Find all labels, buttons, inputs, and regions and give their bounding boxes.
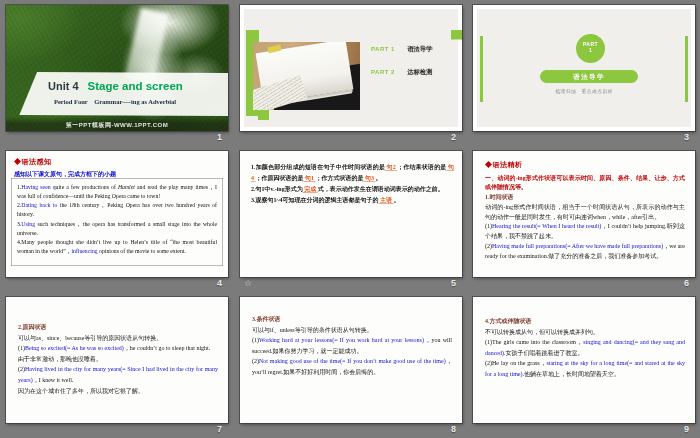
text-segment: influencing	[71, 248, 97, 254]
answer-text-block: 1.加颜色部分组成的短语在句子中作时间状语的是句2；作结果状语的是句4；作原因状…	[251, 161, 454, 205]
slide-number: 4	[217, 278, 222, 288]
slide-header-block: ◆语法感知 感知以下课文原句，完成方框下的小题	[14, 157, 220, 178]
part-title: 语法导学	[407, 46, 432, 53]
slide-thumbnail-9[interactable]: 4.方式或伴随状语不可以转换成从句，但可以转换成并列句。(1)The girls…	[473, 297, 695, 423]
text-segment: 主语	[379, 196, 394, 204]
slide-thumbnail-6[interactable]: ◆语法精析 一、动词的-ing形式作状语可以表示时间、原因、条件、结果、让步、方…	[473, 151, 695, 277]
grammar-analysis-block: ◆语法精析 一、动词的-ing形式作状语可以表示时间、原因、条件、结果、让步、方…	[485, 160, 685, 260]
sentence-box: 1.Having seen quite a few productions of…	[11, 178, 223, 266]
slide-number: 6	[684, 278, 689, 288]
text-line: 1.时间状语	[485, 192, 685, 202]
text-segment: ；作方式状语的是	[316, 174, 364, 181]
table-of-contents: PART 1 语法导学 PART 2 达标检测	[371, 44, 432, 89]
title-band: Unit 4 Stage and screen Period Four Gram…	[6, 72, 228, 116]
text-line: 2.句1中v.-ing形式为完成式，表示动作发生在谓语动词表示的动作之前。	[251, 183, 454, 194]
slide-caption-row: 2	[240, 131, 462, 145]
book-photo	[253, 42, 360, 110]
text-segment: ，he couldn’t go to sleep that night.	[124, 345, 210, 352]
text-segment: 。	[394, 196, 400, 203]
text-segment: Hamlet	[118, 184, 135, 190]
slide-caption-row: 4	[6, 277, 228, 291]
text-line: (1)The girls came into the classroom，sin…	[485, 337, 685, 358]
text-segment: 式，表示动作发生在谓语动词表示的动作之前。	[318, 185, 444, 192]
text-line: 一、动词的-ing形式作状语可以表示时间、原因、条件、结果、让步、方式或伴随情况…	[485, 173, 685, 192]
text-segment: Hearing the result(= When I heard the re…	[492, 223, 601, 230]
slide-caption-row: 9	[473, 423, 695, 437]
slide-cell-4: ◆语法感知 感知以下课文原句，完成方框下的小题 1.Having seen qu…	[6, 151, 228, 291]
text-segment: 2.句1中v.-ing形式为	[251, 185, 303, 192]
toc-item-1: PART 1 语法导学	[371, 44, 432, 54]
slide-cell-1: Unit 4 Stage and screen Period Four Gram…	[6, 5, 228, 145]
section-title-pill: 语法导学	[540, 70, 638, 83]
text-segment: 3.观察句1~4可知现在分词的逻辑主语都是句子的	[251, 196, 379, 203]
slide-thumbnail-8[interactable]: 3.条件状语可以与if、unless等引导的条件状语从句转换。(1)Workin…	[240, 297, 462, 423]
text-line: 可以与if、unless等引导的条件状语从句转换。	[252, 325, 452, 336]
text-segment: ；作原因状语的是	[256, 174, 304, 181]
slide-number: 9	[684, 424, 689, 434]
text-segment: (1)The girls came into the classroom，	[485, 339, 583, 346]
slide-cell-2: PART 1 语法导学 PART 2 达标检测 2	[240, 5, 462, 145]
text-line: 1.加颜色部分组成的短语在句子中作时间状语的是句2；作结果状语的是句4；作原因状…	[251, 161, 454, 183]
slide-caption-row: 8	[240, 423, 462, 437]
text-line: 不可以转换成从句，但可以转换成并列句。	[485, 327, 685, 338]
text-segment: ，I knew it well.	[33, 376, 74, 383]
slide-thumbnail-4[interactable]: ◆语法感知 感知以下课文原句，完成方框下的小题 1.Having seen qu…	[6, 151, 228, 277]
slide-number: 3	[684, 132, 689, 142]
text-line: 4.方式或伴随状语	[485, 316, 685, 327]
text-line: (2)Having lived in the city for many yea…	[18, 364, 218, 385]
text-segment: Not making good use of the time(= If you…	[259, 358, 446, 365]
part-word: PART	[576, 41, 605, 47]
text-segment: .女孩子们唱着跳着进了教室。	[504, 349, 584, 356]
slide-caption-row: 7	[6, 423, 228, 437]
text-segment: 1.加颜色部分组成的短语在句子中作时间状语的是	[251, 163, 385, 170]
text-segment: Using	[21, 220, 35, 226]
watermark-strip: 第一PPT模板网-WWW.1PPT.COM	[6, 117, 228, 131]
text-segment: (1)	[18, 345, 25, 352]
text-segment: 动词的-ing形式作时间状语，相当于一个时间状语从句，所表示的动作与主句的动作一…	[485, 203, 685, 220]
text-line: 4.Many people thought she didn’t live up…	[17, 237, 217, 255]
text-line: (1)Hearing the result(= When I heard the…	[485, 222, 685, 241]
text-segment: 句2	[385, 163, 397, 171]
slide-thumbnail-7[interactable]: 2.原因状语可以与as、since、because等引导的原因状语从句转换。(1…	[6, 297, 228, 423]
text-line: (2)Not making good use of the time(= If …	[252, 356, 452, 377]
text-line: 由于非常激动，那晚他没睡着。	[18, 354, 218, 365]
text-segment: 一、动词的-ing形式作状语可以表示时间、原因、条件、结果、让步、方式或伴随情况…	[485, 174, 685, 191]
part-label: PART 1	[371, 46, 395, 53]
period-subtitle: Period Four Grammar—-ing as Adverbial	[6, 97, 228, 106]
section-header: ◆语法精析	[485, 160, 685, 169]
slide-thumbnail-3[interactable]: PART 1 语法导学 梳理归纳 重点难点剖析	[473, 5, 695, 131]
text-segment: 2.原因状语	[18, 324, 47, 331]
text-segment: 可以与as、since、because等引导的原因状语从句转换。	[18, 334, 162, 341]
slide-cell-6: ◆语法精析 一、动词的-ing形式作状语可以表示时间、原因、条件、结果、让步、方…	[473, 151, 695, 291]
slide-thumbnail-2[interactable]: PART 1 语法导学 PART 2 达标检测	[240, 5, 462, 131]
text-segment: opinions of the movie to some extent.	[98, 248, 186, 254]
slide-thumbnail-5[interactable]: 1.加颜色部分组成的短语在句子中作时间状语的是句2；作结果状语的是句4；作原因状…	[240, 151, 462, 277]
text-segment: Having made full preparations(= After we…	[492, 242, 663, 249]
text-line: 因为在这个城市住了多年，所以我对它很了解。	[18, 385, 218, 396]
slide-caption-row: ☆ 5	[240, 277, 462, 291]
text-segment: 完成	[303, 185, 318, 193]
slide-cell-9: 4.方式或伴随状语不可以转换成从句，但可以转换成并列句。(1)The girls…	[473, 297, 695, 437]
text-segment: .他躺在草地上，长时间地望着天空。	[522, 370, 620, 377]
slide-thumbnail-1[interactable]: Unit 4 Stage and screen Period Four Gram…	[6, 5, 228, 131]
text-segment: (1)	[485, 223, 492, 230]
text-segment: (2)	[252, 358, 259, 365]
part-title: 达标检测	[407, 68, 432, 75]
section-header: ◆语法感知	[14, 157, 220, 166]
slide-cell-8: 3.条件状语可以与if、unless等引导的条件状语从句转换。(1)Workin…	[240, 297, 462, 437]
text-segment: 。	[376, 174, 382, 181]
text-line: 1.Having seen quite a few productions of…	[17, 182, 217, 200]
text-line: 3.Using such techniques，the opera has tr…	[17, 219, 217, 237]
slide-number: 1	[217, 132, 222, 142]
text-segment: 句1	[304, 174, 316, 182]
text-segment: 句3	[364, 174, 376, 182]
green-accent-bar-right	[451, 30, 462, 40]
text-segment: 1.时间状语	[485, 193, 514, 200]
text-segment: 由于非常激动，那晚他没睡着。	[18, 355, 102, 362]
slide-number: 7	[217, 424, 222, 434]
slide-caption-row: 1	[6, 131, 228, 145]
text-segment: Working hard at your lessons(= If you wo…	[259, 337, 424, 344]
slide-title: Stage and screen	[88, 79, 183, 93]
reason-adverbial-block: 2.原因状语可以与as、since、because等引导的原因状语从句转换。(1…	[18, 322, 218, 396]
text-segment: ；作结果状语的是	[397, 163, 446, 170]
